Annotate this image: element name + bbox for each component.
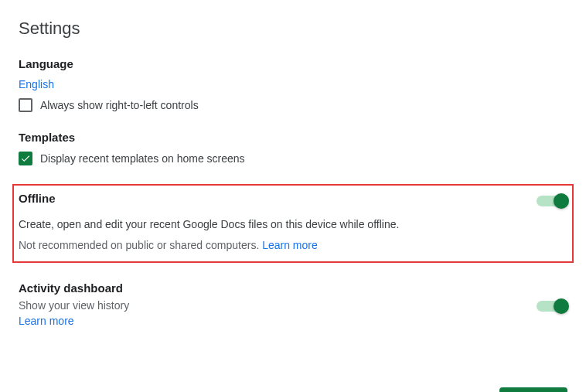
offline-toggle[interactable] bbox=[537, 193, 567, 209]
page-title: Settings bbox=[19, 19, 567, 39]
templates-checkbox-row: Display recent templates on home screens bbox=[19, 152, 567, 165]
language-current-link[interactable]: English bbox=[19, 78, 54, 90]
offline-warning-text: Not recommended on public or shared comp… bbox=[19, 239, 262, 251]
offline-description: Create, open and edit your recent Google… bbox=[19, 216, 567, 233]
templates-checkbox[interactable] bbox=[19, 152, 32, 165]
ok-button[interactable]: OK bbox=[499, 387, 567, 392]
rtl-checkbox-label: Always show right-to-left controls bbox=[40, 99, 199, 111]
templates-header: Templates bbox=[19, 131, 567, 144]
activity-subtitle: Show your view history bbox=[19, 299, 537, 312]
activity-toggle[interactable] bbox=[537, 298, 567, 314]
toggle-thumb bbox=[554, 193, 569, 209]
language-section: Language English Always show right-to-le… bbox=[19, 57, 567, 112]
toggle-thumb bbox=[554, 298, 569, 314]
rtl-checkbox-row: Always show right-to-left controls bbox=[19, 98, 567, 112]
check-icon bbox=[20, 153, 31, 164]
offline-learn-more-link[interactable]: Learn more bbox=[262, 239, 318, 251]
templates-section: Templates Display recent templates on ho… bbox=[19, 131, 567, 165]
activity-learn-more-link[interactable]: Learn more bbox=[19, 315, 74, 327]
language-header: Language bbox=[19, 57, 567, 70]
offline-warning: Not recommended on public or shared comp… bbox=[19, 237, 567, 254]
offline-highlight: Offline Create, open and edit your recen… bbox=[12, 184, 574, 263]
footer: OK bbox=[0, 387, 586, 392]
activity-section: Activity dashboard Show your view histor… bbox=[19, 281, 567, 327]
activity-header: Activity dashboard bbox=[19, 281, 537, 295]
templates-checkbox-label: Display recent templates on home screens bbox=[40, 152, 245, 165]
offline-header: Offline bbox=[19, 192, 537, 205]
rtl-checkbox[interactable] bbox=[19, 98, 32, 112]
